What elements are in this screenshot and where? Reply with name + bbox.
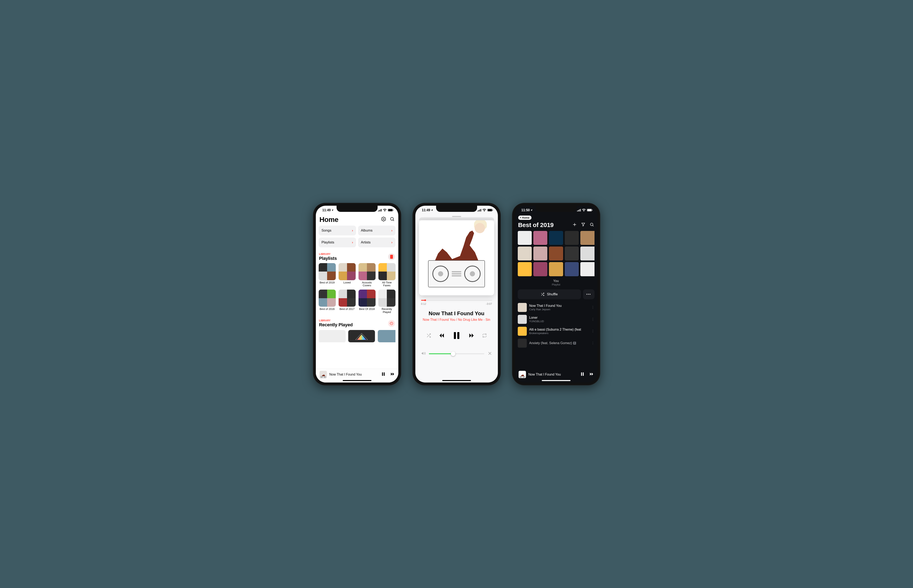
next-button[interactable] xyxy=(390,372,395,377)
svg-rect-26 xyxy=(577,211,578,212)
grid-album[interactable] xyxy=(549,247,563,260)
category-playlists[interactable]: Playlists› xyxy=(319,237,356,247)
volume-slider[interactable] xyxy=(429,354,484,354)
svg-point-35 xyxy=(520,376,521,378)
svg-rect-23 xyxy=(492,210,493,211)
add-button[interactable] xyxy=(572,222,577,228)
back-button[interactable]: Home xyxy=(518,216,531,220)
recent-card[interactable] xyxy=(319,330,345,342)
svg-rect-25 xyxy=(457,332,459,339)
svg-point-7 xyxy=(383,218,384,220)
playlist-item[interactable]: Recently Played xyxy=(379,289,395,314)
track-more-button[interactable]: ⋮ xyxy=(591,305,594,309)
track-row[interactable]: Loner YUNGBLUD ⋮ xyxy=(518,315,594,324)
track-more-button[interactable]: ⋮ xyxy=(591,341,594,345)
grid-album[interactable] xyxy=(580,247,594,260)
section-eyebrow: LIBRARY xyxy=(319,319,353,322)
track-more-button[interactable]: ⋮ xyxy=(591,329,594,333)
pause-button[interactable] xyxy=(580,372,584,377)
chevron-right-icon: › xyxy=(391,241,393,244)
playlist-item[interactable]: Loved xyxy=(338,263,356,288)
grid-album[interactable] xyxy=(518,231,532,245)
volume-knob[interactable] xyxy=(451,352,455,356)
scrubber-knob[interactable] xyxy=(424,299,426,301)
volume-icon xyxy=(421,351,426,355)
wifi-icon xyxy=(482,209,486,212)
grid-album[interactable] xyxy=(533,247,547,260)
home-indicator[interactable] xyxy=(343,380,371,381)
svg-rect-37 xyxy=(581,372,582,376)
wifi-icon xyxy=(383,209,387,212)
category-artists[interactable]: Artists› xyxy=(358,237,395,247)
grid-album[interactable] xyxy=(580,231,594,245)
track-title: Loner xyxy=(529,316,537,320)
category-albums[interactable]: Albums› xyxy=(358,226,395,236)
page-title: Home xyxy=(319,216,338,223)
track-more-button[interactable]: ⋮ xyxy=(591,317,594,321)
backward-icon xyxy=(438,333,445,339)
battery-icon xyxy=(587,209,592,212)
screen-home: 11:49 Home xyxy=(316,206,398,383)
svg-point-8 xyxy=(390,217,393,220)
category-songs[interactable]: Songs› xyxy=(319,226,356,236)
playlist-item[interactable]: Best of 2016 xyxy=(319,289,336,314)
playlist-item[interactable]: All-Time Faves xyxy=(379,263,395,288)
next-button[interactable] xyxy=(468,333,475,339)
sheet-grabber[interactable] xyxy=(452,216,461,217)
pause-button[interactable] xyxy=(453,331,461,340)
grid-album[interactable] xyxy=(533,262,547,276)
track-artwork xyxy=(518,315,527,324)
playlist-item[interactable]: Best Of 2018 xyxy=(358,289,376,314)
more-button[interactable]: ••• xyxy=(583,289,594,299)
recent-card[interactable] xyxy=(378,330,395,342)
playlist-item[interactable]: Best of 2017 xyxy=(338,289,356,314)
volume-button[interactable] xyxy=(421,351,426,357)
grid-album[interactable] xyxy=(565,262,579,276)
settings-button[interactable] xyxy=(381,216,386,222)
album-artwork[interactable] xyxy=(419,220,494,295)
grid-album[interactable] xyxy=(580,262,594,276)
svg-rect-15 xyxy=(382,372,383,376)
repeat-button[interactable] xyxy=(482,333,487,338)
previous-button[interactable] xyxy=(438,333,445,339)
recently-played-row xyxy=(319,330,395,342)
grid-album[interactable] xyxy=(518,262,532,276)
shuffle-button[interactable]: Shuffle xyxy=(518,289,581,299)
playlist-grid: Best of 2019 Loved Acoustic Covers All-T… xyxy=(319,263,395,314)
svg-rect-16 xyxy=(384,372,385,376)
shuffle-button[interactable] xyxy=(426,333,431,338)
playlist-item[interactable]: Best of 2019 xyxy=(319,263,336,288)
scrubber[interactable] xyxy=(421,300,492,300)
svg-marker-11 xyxy=(357,334,366,340)
svg-rect-9 xyxy=(390,255,393,258)
artwork-boombox xyxy=(428,260,485,288)
history-button[interactable] xyxy=(388,320,395,327)
close-button[interactable] xyxy=(487,351,492,357)
grid-album[interactable] xyxy=(533,231,547,245)
track-row[interactable]: Now That I Found You Carly Rae Jepsen ⋮ xyxy=(518,303,594,312)
track-title: Alti e bassi (Suburra 2 Theme) (feat xyxy=(529,328,581,331)
pause-icon xyxy=(453,331,461,340)
playlist-item[interactable]: Acoustic Covers xyxy=(358,263,376,288)
svg-rect-24 xyxy=(454,332,456,339)
recent-card[interactable] xyxy=(348,330,375,342)
search-button[interactable] xyxy=(589,222,594,228)
grid-album[interactable] xyxy=(549,231,563,245)
search-button[interactable] xyxy=(390,216,395,222)
home-indicator[interactable] xyxy=(542,380,570,381)
repeat-icon xyxy=(482,333,487,338)
filter-button[interactable] xyxy=(581,222,586,228)
cellular-icon xyxy=(577,209,581,212)
home-indicator[interactable] xyxy=(442,380,471,381)
grid-album[interactable] xyxy=(565,247,579,260)
wifi-icon xyxy=(582,209,586,212)
grid-album[interactable] xyxy=(549,262,563,276)
shuffle-label: Shuffle xyxy=(547,292,558,296)
track-row[interactable]: Anxiety (feat. Selena Gomez) E ⋮ xyxy=(518,339,594,347)
track-row[interactable]: Alti e bassi (Suburra 2 Theme) (feat Bro… xyxy=(518,327,594,336)
grid-album[interactable] xyxy=(565,231,579,245)
next-button[interactable] xyxy=(589,372,594,377)
grid-album[interactable] xyxy=(518,247,532,260)
pause-button[interactable] xyxy=(381,372,385,377)
device-sync-button[interactable] xyxy=(388,253,395,260)
